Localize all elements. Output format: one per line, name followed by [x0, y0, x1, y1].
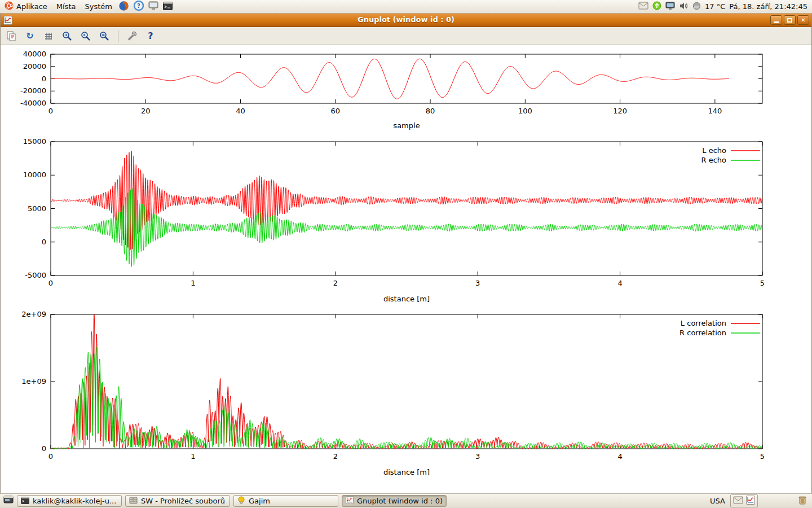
taskbar-window-label: SW - Prohlížeč souborů: [141, 497, 225, 505]
svg-text:0: 0: [48, 107, 53, 115]
svg-text:sample: sample: [393, 121, 420, 130]
remote-desktop-icon[interactable]: [665, 2, 675, 12]
svg-text:0: 0: [42, 238, 46, 246]
display-launcher[interactable]: [146, 0, 161, 13]
svg-text:10000: 10000: [23, 170, 46, 179]
applications-menu[interactable]: Aplikace: [0, 0, 52, 13]
svg-text:1: 1: [191, 279, 195, 287]
svg-text:3: 3: [475, 279, 480, 287]
gnome-top-panel: Aplikace Místa Systém ?: [0, 0, 812, 14]
places-menu[interactable]: Místa: [52, 0, 81, 13]
svg-text:2: 2: [333, 279, 338, 287]
svg-text:2e+09: 2e+09: [21, 310, 46, 318]
bottom-taskbar: kaklik@kaklik-kolej-u... SW - Prohlížeč …: [0, 493, 812, 508]
svg-text:5: 5: [760, 279, 765, 287]
svg-text:120: 120: [613, 107, 627, 115]
help-button[interactable]: ?: [144, 29, 157, 43]
svg-text:140: 140: [708, 107, 722, 115]
taskbar-window-filemanager[interactable]: SW - Prohlížeč souborů: [125, 495, 230, 507]
svg-text:R echo: R echo: [701, 156, 726, 164]
display-icon: [148, 1, 158, 12]
svg-text:40000: 40000: [23, 50, 46, 58]
svg-text:5000: 5000: [28, 204, 46, 213]
svg-text:0: 0: [48, 452, 53, 461]
taskbar-window-gnuplot[interactable]: Gnuplot (window id : 0): [342, 495, 447, 507]
svg-text:-5000: -5000: [25, 271, 46, 279]
taskbar-window-terminal[interactable]: kaklik@kaklik-kolej-u...: [17, 495, 122, 507]
svg-text:20000: 20000: [23, 62, 46, 71]
gnuplot-canvas[interactable]: 020406080100120140-40000-200000200004000…: [0, 45, 812, 493]
svg-text:80: 80: [426, 107, 435, 115]
temperature-indicator[interactable]: 17 °C: [705, 2, 725, 11]
firefox-launcher[interactable]: [117, 0, 131, 13]
mail-tray-icon[interactable]: [733, 496, 743, 506]
window-border-left[interactable]: [0, 14, 1, 493]
clock-applet[interactable]: Pá, 18. září, 21:42:45: [729, 2, 807, 11]
volume-icon[interactable]: [679, 2, 689, 12]
taskbar-window-label: Gnuplot (window id : 0): [357, 497, 443, 505]
svg-text:L correlation: L correlation: [681, 319, 726, 327]
gnuplot-icon: [346, 496, 354, 506]
minimize-button[interactable]: [770, 15, 782, 25]
help-launcher[interactable]: ?: [131, 0, 146, 13]
settings-wrench-button[interactable]: [125, 29, 139, 43]
zoom-previous-button[interactable]: [60, 29, 74, 43]
maximize-button[interactable]: [784, 15, 796, 25]
system-menu[interactable]: Systém: [80, 0, 116, 13]
copy-to-clipboard-button[interactable]: [5, 29, 18, 43]
trash-applet-icon[interactable]: [797, 495, 807, 507]
svg-text:100: 100: [518, 107, 532, 115]
svg-text:4: 4: [617, 279, 622, 287]
gnuplot-tray-icon[interactable]: [746, 496, 755, 506]
svg-text:2: 2: [333, 452, 338, 461]
replot-button[interactable]: ↻: [23, 29, 37, 43]
zoom-next-button[interactable]: [79, 29, 92, 43]
close-button[interactable]: ✕: [797, 15, 809, 25]
terminal-window-icon: [21, 497, 29, 506]
gnuplot-titlebar[interactable]: Gnuplot (window id : 0) ✕: [0, 14, 812, 27]
window-title: Gnuplot (window id : 0): [0, 15, 812, 24]
svg-text:0: 0: [42, 75, 46, 83]
taskbar-window-label: kaklik@kaklik-kolej-u...: [33, 497, 116, 505]
applications-menu-label: Aplikace: [16, 2, 47, 11]
unzoom-button[interactable]: [98, 29, 111, 43]
mail-notifier-icon[interactable]: [638, 2, 648, 11]
ping-chart: 020406080100120140-40000-200000200004000…: [20, 50, 762, 130]
svg-text:1: 1: [191, 452, 195, 461]
svg-text:-40000: -40000: [20, 99, 46, 107]
svg-text:5: 5: [760, 452, 765, 461]
firefox-icon: [118, 1, 129, 13]
svg-text:?: ?: [137, 3, 140, 9]
svg-text:3: 3: [475, 452, 480, 461]
update-notifier-icon[interactable]: [652, 1, 661, 12]
toolbar-separator: [118, 30, 118, 42]
file-manager-icon: [129, 497, 138, 506]
svg-text:60: 60: [331, 107, 341, 115]
gnuplot-toolbar: ↻ ?: [0, 27, 812, 45]
places-menu-label: Místa: [56, 2, 76, 11]
system-menu-label: Systém: [85, 2, 112, 11]
taskbar-window-label: Gajim: [249, 497, 270, 505]
terminal-launcher[interactable]: [161, 0, 175, 13]
taskbar-notification-area: [730, 494, 758, 507]
correlation-chart: 01234501e+092e+09distance [m]L correlati…: [21, 310, 765, 476]
gnuplot-plot-area[interactable]: 020406080100120140-40000-200000200004000…: [0, 45, 812, 493]
weather-icon[interactable]: [692, 2, 701, 12]
echo-chart: 012345-5000050001000015000distance [m]L …: [23, 137, 765, 303]
svg-text:0: 0: [42, 444, 46, 453]
show-desktop-icon[interactable]: [3, 496, 14, 506]
gajim-icon: [237, 496, 245, 506]
svg-text:15000: 15000: [23, 137, 46, 146]
ubuntu-logo-icon: [5, 1, 14, 12]
svg-text:40: 40: [236, 107, 245, 115]
help-icon: ?: [134, 1, 144, 12]
terminal-icon: [163, 2, 173, 12]
svg-text:L echo: L echo: [702, 146, 726, 155]
taskbar-window-gajim[interactable]: Gajim: [233, 495, 338, 507]
svg-text:1e+09: 1e+09: [21, 377, 46, 386]
svg-text:20: 20: [141, 107, 151, 115]
svg-text:0: 0: [48, 279, 53, 287]
svg-text:R correlation: R correlation: [679, 329, 726, 337]
toggle-grid-button[interactable]: [42, 29, 55, 43]
keyboard-layout-indicator[interactable]: USA: [710, 497, 725, 505]
